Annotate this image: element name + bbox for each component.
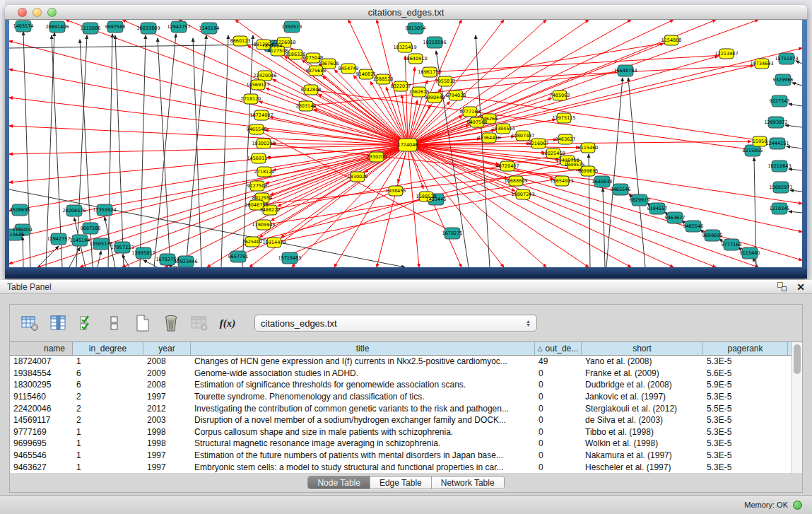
cell-title[interactable]: Embryonic stem cells: a model to study s… bbox=[191, 461, 535, 473]
table-mode-icon[interactable] bbox=[20, 313, 40, 333]
cell-year[interactable]: 1997 bbox=[143, 450, 191, 462]
cell-out_de[interactable]: 0 bbox=[535, 368, 582, 380]
cell-name[interactable]: 9465546 bbox=[10, 450, 73, 462]
cell-title[interactable]: Corpus callosum shape and size in male p… bbox=[191, 426, 535, 438]
cell-in_degree[interactable]: 2 bbox=[73, 402, 143, 414]
cell-in_degree[interactable]: 1 bbox=[73, 450, 143, 462]
cell-out_de[interactable]: 0 bbox=[535, 461, 582, 473]
cell-year[interactable]: 2008 bbox=[143, 356, 191, 368]
cell-pagerank[interactable]: 5.6E-5 bbox=[703, 368, 788, 380]
cell-in_degree[interactable]: 1 bbox=[73, 438, 143, 450]
table-row[interactable]: 946362711997Embryonic stem cells: a mode… bbox=[10, 461, 792, 473]
cell-name[interactable]: 19384554 bbox=[10, 368, 73, 380]
cell-year[interactable]: 1997 bbox=[143, 391, 191, 403]
column-header-year[interactable]: year bbox=[143, 342, 191, 355]
cell-short[interactable]: Dudbridge et al. (2008) bbox=[582, 379, 703, 391]
column-header-title[interactable]: title bbox=[191, 342, 535, 355]
create-column-icon[interactable] bbox=[133, 313, 153, 333]
close-window-icon[interactable] bbox=[18, 8, 27, 17]
table-row[interactable]: 2242004622012Investigating the contribut… bbox=[10, 402, 792, 414]
cell-in_degree[interactable]: 1 bbox=[73, 356, 143, 368]
cell-name[interactable]: 9777169 bbox=[10, 426, 73, 438]
cell-short[interactable]: Franke et al. (2009) bbox=[582, 368, 703, 380]
cell-in_degree[interactable]: 6 bbox=[73, 368, 143, 380]
cell-out_de[interactable]: 0 bbox=[535, 438, 582, 450]
cell-pagerank[interactable]: 5.3E-5 bbox=[703, 461, 788, 473]
cell-name[interactable]: 9463627 bbox=[10, 461, 73, 473]
cell-title[interactable]: Estimation of the future numbers of pati… bbox=[191, 450, 535, 462]
cell-short[interactable]: Yano et al. (2008) bbox=[582, 356, 703, 368]
cell-short[interactable]: de Silva et al. (2003) bbox=[582, 414, 703, 426]
cell-name[interactable]: 22420046 bbox=[10, 402, 73, 414]
cell-title[interactable]: Changes of HCN gene expression and I(f) … bbox=[191, 356, 535, 368]
table-scrollbar[interactable] bbox=[792, 342, 802, 473]
cell-title[interactable]: Tourette syndrome. Phenomenology and cla… bbox=[191, 391, 535, 403]
cell-year[interactable]: 2012 bbox=[143, 402, 191, 414]
cell-pagerank[interactable]: 5.3E-5 bbox=[703, 356, 788, 368]
column-header-pagerank[interactable]: pagerank bbox=[703, 342, 788, 355]
citation-network-graph[interactable]: 1405574206914061115686909758816033809129… bbox=[9, 20, 802, 267]
cell-year[interactable]: 2003 bbox=[143, 414, 191, 426]
table-scrollbar-thumb[interactable] bbox=[794, 344, 801, 374]
cell-short[interactable]: Nakamura et al. (1997) bbox=[582, 450, 703, 462]
cell-pagerank[interactable]: 5.3E-5 bbox=[703, 438, 788, 450]
table-row[interactable]: 946554611997Estimation of the future num… bbox=[10, 450, 792, 462]
cell-in_degree[interactable]: 6 bbox=[73, 379, 143, 391]
close-panel-icon[interactable]: ✕ bbox=[796, 282, 805, 292]
cell-title[interactable]: Structural magnetic resonance image aver… bbox=[191, 438, 535, 450]
cell-pagerank[interactable]: 5.3E-5 bbox=[703, 391, 788, 403]
table-row[interactable]: 1872400712008Changes of HCN gene express… bbox=[10, 356, 792, 368]
cell-in_degree[interactable]: 1 bbox=[73, 426, 143, 438]
zoom-window-icon[interactable] bbox=[47, 8, 57, 17]
delete-column-icon[interactable] bbox=[161, 313, 181, 333]
cell-name[interactable]: 18724007 bbox=[10, 356, 73, 368]
cell-short[interactable]: Stergiakouli et al. (2012) bbox=[582, 402, 703, 414]
table-row[interactable]: 1938455462009Genome-wide association stu… bbox=[10, 368, 792, 380]
cell-name[interactable]: 9115460 bbox=[10, 391, 73, 403]
tab-edge-table[interactable]: Edge Table bbox=[370, 477, 432, 489]
cell-name[interactable]: 9699695 bbox=[10, 438, 73, 450]
cell-short[interactable]: Hescheler et al. (1997) bbox=[582, 461, 703, 473]
cell-name[interactable]: 14569117 bbox=[10, 414, 73, 426]
cell-name[interactable]: 18300295 bbox=[10, 379, 73, 391]
table-row[interactable]: 977716911998Corpus callosum shape and si… bbox=[10, 426, 792, 438]
cell-title[interactable]: Investigating the contribution of common… bbox=[191, 402, 535, 414]
cell-short[interactable]: Jankovic et al. (1997) bbox=[582, 391, 703, 403]
cell-in_degree[interactable]: 2 bbox=[73, 391, 143, 403]
table-row[interactable]: 1830029562008Estimation of significance … bbox=[10, 379, 792, 391]
table-chooser-dropdown[interactable]: citations_edges.txt ▲▼ bbox=[254, 315, 537, 332]
cell-out_de[interactable]: 0 bbox=[535, 402, 582, 414]
cell-title[interactable]: Estimation of significance thresholds fo… bbox=[191, 379, 535, 391]
column-header-out_de[interactable]: △out_de... bbox=[535, 342, 582, 355]
cell-pagerank[interactable]: 5.5E-5 bbox=[703, 402, 788, 414]
cell-short[interactable]: Tibbo et al. (1998) bbox=[582, 426, 703, 438]
cell-in_degree[interactable]: 1 bbox=[73, 461, 143, 473]
cell-pagerank[interactable]: 5.3E-5 bbox=[703, 414, 788, 426]
cell-out_de[interactable]: 0 bbox=[535, 426, 582, 438]
cell-out_de[interactable]: 0 bbox=[535, 414, 582, 426]
cell-out_de[interactable]: 49 bbox=[535, 356, 582, 368]
cell-year[interactable]: 2008 bbox=[143, 379, 191, 391]
cell-title[interactable]: Disruption of a novel member of a sodium… bbox=[191, 414, 535, 426]
row-boxes-icon[interactable] bbox=[105, 313, 124, 333]
column-header-name[interactable]: name bbox=[10, 342, 73, 355]
network-canvas[interactable]: 1405574206914061115686909758816033809129… bbox=[9, 20, 802, 267]
float-panel-icon[interactable] bbox=[777, 282, 787, 291]
cell-pagerank[interactable]: 5.3E-5 bbox=[703, 450, 788, 462]
cell-pagerank[interactable]: 5.9E-5 bbox=[703, 379, 788, 391]
cell-title[interactable]: Genome-wide association studies in ADHD. bbox=[191, 368, 535, 380]
cell-year[interactable]: 2009 bbox=[143, 368, 191, 380]
cell-out_de[interactable]: 0 bbox=[535, 391, 582, 403]
function-builder-icon[interactable]: f(x) bbox=[218, 313, 237, 333]
tab-node-table[interactable]: Node Table bbox=[308, 477, 370, 489]
table-row[interactable]: 1456911722003Disruption of a novel membe… bbox=[10, 414, 792, 426]
cell-year[interactable]: 1997 bbox=[143, 461, 191, 473]
cell-out_de[interactable]: 0 bbox=[535, 450, 582, 462]
column-header-short[interactable]: short bbox=[582, 342, 703, 355]
cell-pagerank[interactable]: 5.3E-5 bbox=[703, 426, 788, 438]
show-columns-icon[interactable] bbox=[48, 313, 68, 333]
column-header-in_degree[interactable]: in_degree bbox=[73, 342, 143, 355]
window-titlebar[interactable]: citations_edges.txt bbox=[5, 5, 807, 20]
table-row[interactable]: 969969511998Structural magnetic resonanc… bbox=[10, 438, 792, 450]
cell-year[interactable]: 1998 bbox=[143, 426, 191, 438]
